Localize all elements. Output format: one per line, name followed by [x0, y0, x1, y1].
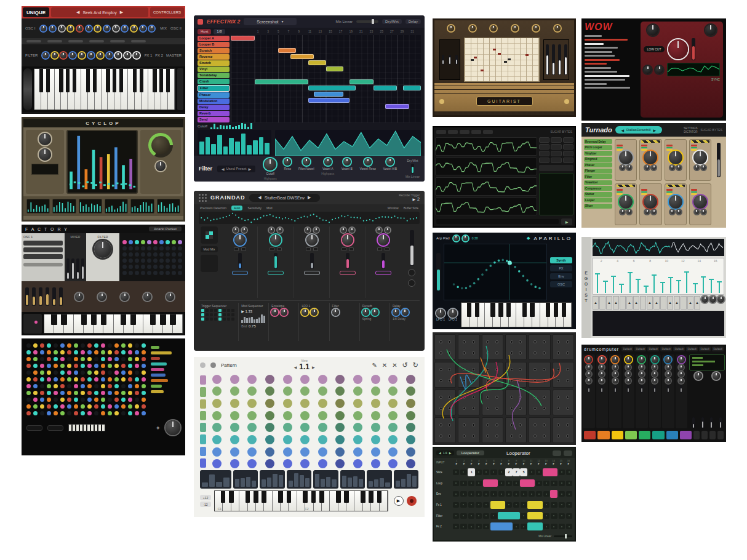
step-cell[interactable] [521, 524, 527, 529]
step-circle[interactable] [230, 411, 239, 420]
pad-dot[interactable] [147, 240, 151, 244]
step-circle[interactable] [353, 386, 362, 396]
mod-bar[interactable] [263, 316, 265, 323]
seq-dot[interactable] [67, 370, 71, 375]
pad-dot-off[interactable] [147, 265, 151, 269]
step-cell[interactable] [460, 502, 466, 508]
knob[interactable] [666, 372, 671, 377]
fx-row-stretch[interactable]: Stretch [198, 60, 230, 66]
mod-bar[interactable] [256, 319, 258, 323]
black-key[interactable] [59, 69, 63, 92]
seq-dot[interactable] [33, 411, 38, 415]
seq-dot[interactable] [67, 391, 71, 395]
slider[interactable] [436, 253, 441, 291]
step-circle[interactable] [318, 411, 327, 420]
seq-dot[interactable] [87, 404, 92, 409]
seq-dot[interactable] [87, 398, 92, 402]
patch-jack[interactable] [448, 434, 451, 438]
patch-jack[interactable] [566, 396, 569, 399]
step-circle[interactable] [247, 459, 257, 468]
toolbar-button[interactable] [483, 130, 493, 134]
patch-jack[interactable] [533, 396, 537, 399]
toolbar-button[interactable] [448, 130, 458, 134]
black-key[interactable] [86, 69, 90, 92]
step-module[interactable] [287, 470, 311, 489]
slider[interactable] [76, 258, 79, 279]
module[interactable] [482, 417, 503, 443]
black-key[interactable] [73, 69, 76, 92]
seq-dot[interactable] [81, 391, 85, 395]
seq-dot-off[interactable] [54, 398, 58, 402]
seq-dot[interactable] [108, 411, 112, 415]
mini-button[interactable] [306, 247, 311, 251]
step-circle[interactable] [371, 447, 380, 457]
seq-dot[interactable] [54, 404, 58, 409]
pad-dot-off[interactable] [172, 258, 176, 263]
slice-pad[interactable]: ▲ [626, 296, 633, 310]
keypad-button[interactable] [539, 151, 549, 156]
aux-pad[interactable] [709, 431, 716, 439]
knob[interactable] [281, 309, 287, 316]
pad-dot-off[interactable] [147, 252, 151, 257]
knob[interactable] [645, 166, 649, 170]
step-circle[interactable] [212, 423, 222, 432]
step-cell[interactable] [559, 470, 565, 475]
knob[interactable] [619, 195, 633, 209]
trig-step[interactable] [201, 313, 204, 316]
step-circle[interactable] [212, 435, 222, 444]
slider[interactable] [346, 253, 350, 269]
seq-dot[interactable] [87, 350, 92, 354]
step-circle[interactable] [388, 399, 397, 408]
seq-dot-off[interactable] [54, 343, 58, 348]
patch-jack[interactable] [510, 407, 513, 410]
turnado-module[interactable] [665, 183, 687, 225]
low-cut-button[interactable]: LOW CUT [644, 46, 665, 52]
pad-dot-off[interactable] [135, 265, 139, 269]
patch-jack[interactable] [486, 407, 489, 410]
knob[interactable] [613, 378, 618, 383]
pad-dot-off[interactable] [141, 246, 145, 250]
slider[interactable] [59, 287, 63, 306]
step-cell[interactable] [559, 524, 565, 529]
seq-dot-off[interactable] [40, 411, 44, 415]
keypad-button[interactable] [539, 137, 549, 143]
seq-dot[interactable] [40, 343, 44, 348]
step-cell[interactable] [476, 491, 482, 497]
step-circle[interactable] [212, 447, 222, 457]
seq-dot[interactable] [101, 391, 105, 395]
step-cell[interactable] [490, 513, 497, 519]
preset-selector[interactable]: Anarki Pocket [149, 226, 182, 231]
mini-button[interactable] [342, 247, 346, 251]
knob[interactable] [677, 210, 681, 214]
knob[interactable] [585, 356, 592, 363]
knob[interactable] [113, 26, 119, 31]
slice-column[interactable] [626, 263, 634, 294]
knob[interactable] [332, 309, 339, 316]
knob[interactable] [620, 166, 625, 170]
preset-slot[interactable]: Default [634, 346, 646, 351]
patch-jack[interactable] [495, 407, 498, 410]
slice-pad[interactable]: ▲ [694, 296, 700, 310]
output-fader[interactable] [410, 230, 414, 266]
step-circle[interactable] [388, 423, 397, 432]
seq-dot[interactable] [114, 411, 119, 415]
knob[interactable] [324, 158, 332, 166]
black-key[interactable] [344, 491, 349, 503]
step-circle[interactable] [283, 375, 292, 384]
knob[interactable] [140, 26, 146, 31]
step-cell[interactable] [453, 513, 459, 519]
patch-jack[interactable] [472, 434, 475, 438]
knob[interactable] [693, 151, 707, 164]
module[interactable] [553, 390, 574, 415]
seq-dot[interactable] [81, 350, 85, 354]
record-button[interactable] [407, 496, 417, 506]
fx-row-tonaldelay[interactable]: Tonaldelay [198, 73, 230, 78]
pad-dot-off[interactable] [153, 258, 158, 263]
seq-bar[interactable] [223, 146, 228, 154]
trig-step[interactable] [218, 318, 222, 321]
pad-dot-off[interactable] [172, 271, 176, 275]
trig-step[interactable] [201, 309, 204, 312]
seq-dot[interactable] [60, 391, 65, 395]
knob[interactable] [52, 52, 58, 58]
trig-step[interactable] [223, 309, 226, 312]
